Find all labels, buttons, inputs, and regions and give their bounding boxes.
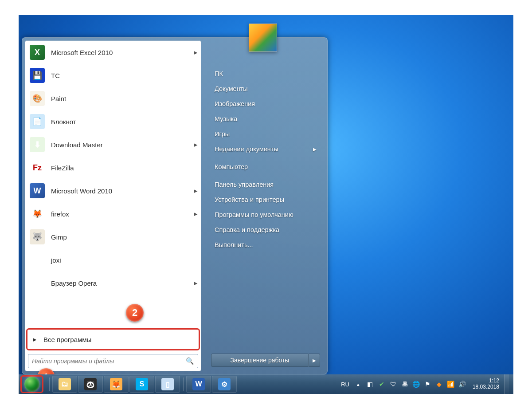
network-icon[interactable]: 📶 (447, 380, 455, 388)
program-label: Gimp (51, 233, 197, 241)
callout-2: 2 (126, 304, 144, 322)
tray-check-icon[interactable]: ✔ (378, 380, 386, 388)
program-item-excel[interactable]: XMicrosoft Excel 2010▶ (25, 41, 201, 64)
program-item-gimp[interactable]: 🐺Gimp (25, 225, 201, 248)
shutdown-button[interactable]: Завершение работы (211, 354, 309, 367)
program-item-paint[interactable]: 🎨Paint (25, 87, 201, 110)
system-tray: RU ▴ ◧ ✔ 🛡 🖶 🌐 ⚑ ◆ 📶 🔊 1:12 18.03.2018 (341, 374, 512, 394)
start-right-item[interactable]: ПК (211, 66, 320, 81)
search-icon: 🔍 (186, 357, 194, 365)
start-right-label: Устройства и принтеры (215, 196, 284, 203)
search-box[interactable]: 🔍 (28, 354, 198, 368)
program-item-notepad[interactable]: 📄Блокнот (25, 110, 201, 133)
program-item-firefox[interactable]: 🦊firefox▶ (25, 202, 201, 225)
all-programs-button[interactable]: ▶ Все программы (26, 328, 200, 350)
taskbar-slot[interactable]: 🗂 (52, 376, 77, 393)
chevron-right-icon: ▶ (194, 188, 197, 194)
taskbar-slot[interactable]: 🦊 (104, 376, 129, 393)
chevron-right-icon: ▶ (313, 147, 317, 152)
program-label: Microsoft Excel 2010 (51, 49, 194, 56)
explorer-icon: 🗂 (59, 378, 71, 390)
taskbar-slot[interactable]: 🐼 (78, 376, 103, 393)
firefox-icon: 🦊 (30, 206, 45, 221)
start-right-label: Недавние документы (215, 146, 278, 153)
taskbar-slot[interactable]: ▯ (155, 376, 180, 393)
opera-icon: O (30, 275, 45, 291)
program-list: XMicrosoft Excel 2010▶💾TC🎨Paint📄Блокнот⬇… (25, 41, 201, 327)
volume-icon[interactable]: 🔊 (458, 380, 466, 388)
start-right-label: Выполнить... (215, 241, 253, 248)
clock[interactable]: 1:12 18.03.2018 (473, 378, 499, 390)
start-right-label: ПК (215, 70, 223, 77)
gimp-icon: 🐺 (30, 229, 45, 244)
word-taskbar-icon: W (192, 378, 205, 390)
taskbar-separator (181, 376, 185, 393)
taskbar-slot[interactable]: ⚙ (212, 376, 237, 393)
viewport: XMicrosoft Excel 2010▶💾TC🎨Paint📄Блокнот⬇… (0, 0, 532, 409)
filezilla-icon: Fz (30, 160, 45, 175)
all-programs-label: Все программы (43, 336, 91, 343)
program-item-filezilla[interactable]: FzFileZilla (25, 156, 201, 179)
paint-icon: 🎨 (30, 91, 45, 106)
start-button[interactable] (20, 375, 43, 393)
program-label: Блокнот (51, 118, 197, 126)
start-right-item[interactable]: Игры (211, 126, 320, 142)
taskbar-separator (47, 376, 51, 393)
start-right-item[interactable]: Справка и поддержка (211, 222, 320, 237)
start-right-label: Изображения (215, 100, 255, 107)
start-menu: XMicrosoft Excel 2010▶💾TC🎨Paint📄Блокнот⬇… (22, 37, 328, 374)
start-right-item[interactable]: Программы по умолчанию (211, 207, 320, 222)
start-right-item[interactable]: Изображения (211, 96, 320, 111)
tray-expand-button[interactable]: ▴ (354, 380, 363, 389)
word-icon: W (30, 183, 45, 198)
program-label: TC (51, 72, 197, 79)
program-item-word[interactable]: WMicrosoft Word 2010▶ (25, 179, 201, 202)
start-right-label: Программы по умолчанию (215, 211, 293, 218)
search-input[interactable] (32, 358, 186, 365)
program-item-tc[interactable]: 💾TC (25, 64, 201, 87)
program-item-dm[interactable]: ⬇Download Master▶ (25, 133, 201, 156)
tray-shield-icon[interactable]: 🛡 (389, 380, 397, 388)
start-right-item[interactable]: Выполнить... (211, 237, 320, 252)
start-right-item[interactable]: Документы (211, 81, 320, 96)
program-label: Paint (51, 95, 197, 102)
tray-printer-icon[interactable]: 🖶 (401, 380, 409, 388)
program-label: firefox (51, 210, 194, 218)
start-right-item[interactable]: Компьютер (211, 159, 320, 174)
start-menu-left: XMicrosoft Excel 2010▶💾TC🎨Paint📄Блокнот⬇… (25, 40, 201, 371)
start-right-label: Документы (215, 85, 248, 92)
start-right-item[interactable]: Недавние документы▶ (211, 142, 320, 157)
chevron-right-icon: ▶ (33, 337, 36, 342)
shutdown-options-button[interactable]: ▶ (309, 354, 320, 367)
shutdown-group: Завершение работы ▶ (211, 354, 320, 367)
start-right-label: Музыка (215, 115, 237, 122)
taskbar-pinned: 🗂🐼🦊S▯W⚙ (47, 376, 237, 393)
show-desktop-button[interactable] (505, 374, 509, 394)
tray-app2-icon[interactable]: ◆ (435, 380, 443, 388)
program-label: joxi (51, 256, 197, 264)
app-icon: ▯ (161, 378, 174, 390)
chevron-right-icon: ▶ (194, 211, 197, 217)
program-item-opera[interactable]: OБраузер Opera▶ (25, 271, 201, 295)
tray-flag-icon[interactable]: ⚑ (424, 380, 432, 388)
taskbar-slot[interactable]: S (129, 376, 154, 393)
chevron-right-icon: ▶ (194, 280, 197, 286)
start-right-item[interactable]: Устройства и принтеры (211, 192, 320, 207)
chevron-right-icon: ▶ (194, 142, 197, 148)
clock-time: 1:12 (473, 378, 499, 384)
program-label: Браузер Opera (51, 279, 194, 287)
language-indicator[interactable]: RU (341, 381, 349, 388)
start-right-item[interactable]: Музыка (211, 111, 320, 126)
firefox-taskbar-icon: 🦊 (110, 378, 122, 390)
start-right-item[interactable]: Панель управления (211, 177, 320, 192)
start-menu-right: ПКДокументыИзображенияМузыкаИгрыНедавние… (201, 40, 325, 371)
user-avatar[interactable] (249, 24, 277, 52)
tc-icon: 💾 (30, 68, 45, 83)
chevron-right-icon: ▶ (194, 50, 197, 55)
tray-globe-icon[interactable]: 🌐 (412, 380, 420, 388)
start-right-label: Панель управления (215, 181, 274, 188)
panda-icon: 🐼 (84, 378, 97, 390)
taskbar-slot[interactable]: W (186, 376, 211, 393)
tray-app-icon[interactable]: ◧ (366, 380, 374, 388)
program-item-joxi[interactable]: ✂joxi (25, 248, 201, 271)
